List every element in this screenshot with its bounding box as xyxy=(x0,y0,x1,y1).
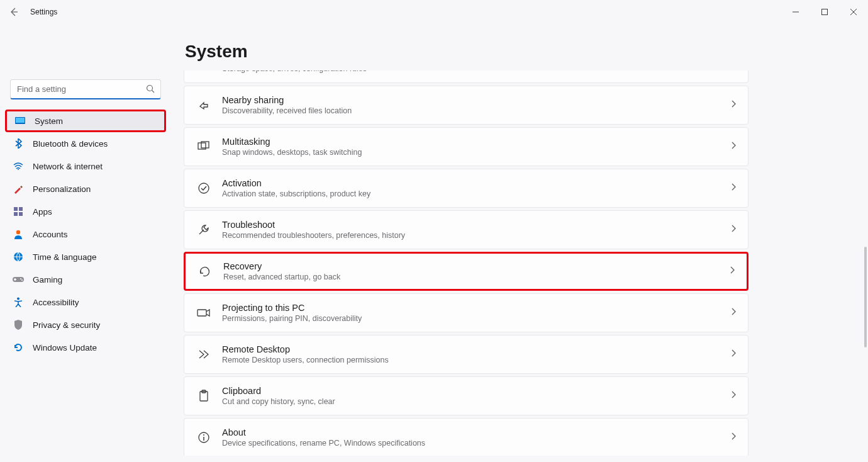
settings-row-nearby-sharing[interactable]: Nearby sharingDiscoverability, received … xyxy=(184,86,748,125)
row-text: Storage space, drives, configuration rul… xyxy=(222,70,730,73)
scrollbar-thumb[interactable] xyxy=(864,247,867,347)
remote-desktop-icon xyxy=(196,346,212,363)
nearby-sharing-icon xyxy=(196,97,212,113)
sidebar-item-network[interactable]: Network & internet xyxy=(5,155,166,177)
clipboard-icon xyxy=(196,388,212,404)
sidebar-item-accessibility[interactable]: Accessibility xyxy=(5,291,166,313)
scrollbar[interactable] xyxy=(864,70,867,456)
sidebar-item-personalization[interactable]: Personalization xyxy=(5,177,166,200)
sidebar-item-label: Bluetooth & devices xyxy=(33,139,108,149)
chevron-right-icon xyxy=(730,390,737,402)
row-title: About xyxy=(222,427,730,437)
row-title: Recovery xyxy=(223,261,729,271)
svg-rect-0 xyxy=(822,9,828,15)
svg-point-13 xyxy=(21,279,23,281)
content: System Storage space, drives, configurat… xyxy=(171,24,868,462)
settings-row-recovery[interactable]: RecoveryReset, advanced startup, go back xyxy=(184,252,748,291)
row-title: Clipboard xyxy=(222,386,730,396)
page-title: System xyxy=(185,42,868,62)
projecting-icon xyxy=(196,305,212,321)
row-text: ClipboardCut and copy history, sync, cle… xyxy=(222,386,730,406)
window-controls xyxy=(781,0,868,24)
sidebar-item-windows-update[interactable]: Windows Update xyxy=(5,336,166,359)
settings-row-about[interactable]: AboutDevice specifications, rename PC, W… xyxy=(184,418,748,456)
sidebar-item-label: Apps xyxy=(33,207,52,217)
minimize-button[interactable] xyxy=(781,0,810,24)
row-subtitle: Reset, advanced startup, go back xyxy=(223,273,729,281)
scroll-area: Storage space, drives, configuration rul… xyxy=(184,70,868,456)
sidebar-nav: SystemBluetooth & devicesNetwork & inter… xyxy=(5,110,166,359)
sidebar-item-label: System xyxy=(35,116,63,126)
svg-point-14 xyxy=(17,298,19,300)
row-subtitle: Device specifications, rename PC, Window… xyxy=(222,439,730,448)
row-title: Multitasking xyxy=(222,137,730,147)
chevron-right-icon xyxy=(730,349,737,360)
svg-point-4 xyxy=(18,169,19,170)
settings-row-multitasking[interactable]: MultitaskingSnap windows, desktops, task… xyxy=(184,127,748,166)
accounts-icon xyxy=(13,228,24,240)
sidebar-item-label: Privacy & security xyxy=(33,320,100,330)
row-subtitle: Discoverability, received files location xyxy=(222,106,730,115)
sidebar-item-accounts[interactable]: Accounts xyxy=(5,223,166,245)
svg-rect-5 xyxy=(14,207,18,211)
settings-row-activation[interactable]: ActivationActivation state, subscription… xyxy=(184,169,748,208)
row-text: TroubleshootRecommended troubleshooters,… xyxy=(222,220,730,240)
settings-row-troubleshoot[interactable]: TroubleshootRecommended troubleshooters,… xyxy=(184,210,748,249)
personalization-icon xyxy=(13,183,24,194)
sidebar-item-system[interactable]: System xyxy=(5,110,166,132)
row-text: MultitaskingSnap windows, desktops, task… xyxy=(222,137,730,157)
sidebar-item-time-language[interactable]: Time & language xyxy=(5,245,166,268)
maximize-icon xyxy=(821,8,828,16)
titlebar: Settings xyxy=(0,0,868,24)
network-icon xyxy=(13,161,24,172)
settings-row-clipboard[interactable]: ClipboardCut and copy history, sync, cle… xyxy=(184,376,748,415)
chevron-right-icon xyxy=(730,307,737,318)
chevron-right-icon xyxy=(730,141,737,152)
time-language-icon xyxy=(13,251,24,262)
settings-row-storage[interactable]: Storage space, drives, configuration rul… xyxy=(184,70,748,83)
row-text: Nearby sharingDiscoverability, received … xyxy=(222,95,730,115)
app-title: Settings xyxy=(30,8,57,16)
row-title: Nearby sharing xyxy=(222,95,730,105)
settings-row-remote-desktop[interactable]: Remote DesktopRemote Desktop users, conn… xyxy=(184,335,748,374)
sidebar-item-label: Personalization xyxy=(33,184,91,194)
row-text: ActivationActivation state, subscription… xyxy=(222,178,730,198)
troubleshoot-icon xyxy=(196,222,212,238)
sidebar-item-label: Network & internet xyxy=(33,162,103,171)
about-icon xyxy=(196,429,212,446)
close-icon xyxy=(850,8,857,16)
apps-icon xyxy=(13,206,24,217)
privacy-icon xyxy=(13,319,24,330)
sidebar-item-gaming[interactable]: Gaming xyxy=(5,268,166,291)
chevron-right-icon xyxy=(729,266,735,277)
svg-rect-3 xyxy=(16,118,25,123)
sidebar-item-bluetooth[interactable]: Bluetooth & devices xyxy=(5,132,166,155)
back-arrow-icon xyxy=(9,7,19,17)
row-text: RecoveryReset, advanced startup, go back xyxy=(223,261,729,281)
settings-row-projecting[interactable]: Projecting to this PCPermissions, pairin… xyxy=(184,293,748,332)
svg-rect-18 xyxy=(198,310,206,316)
row-subtitle: Activation state, subscriptions, product… xyxy=(222,189,730,198)
svg-point-12 xyxy=(20,278,21,279)
svg-point-17 xyxy=(199,183,209,193)
row-text: Projecting to this PCPermissions, pairin… xyxy=(222,303,730,323)
settings-list: Storage space, drives, configuration rul… xyxy=(184,70,868,456)
sidebar-item-apps[interactable]: Apps xyxy=(5,200,166,223)
back-button[interactable] xyxy=(6,4,21,20)
bluetooth-icon xyxy=(13,138,24,149)
accessibility-icon xyxy=(13,296,24,308)
sidebar-item-label: Windows Update xyxy=(33,343,97,352)
chevron-right-icon xyxy=(730,99,737,111)
row-title: Remote Desktop xyxy=(222,344,730,354)
row-subtitle: Cut and copy history, sync, clear xyxy=(222,397,730,406)
search-input[interactable] xyxy=(10,79,161,99)
titlebar-left: Settings xyxy=(6,4,57,20)
row-subtitle: Storage space, drives, configuration rul… xyxy=(222,70,730,73)
sidebar-item-label: Accessibility xyxy=(33,298,79,307)
maximize-button[interactable] xyxy=(810,0,839,24)
chevron-right-icon xyxy=(730,70,737,74)
close-button[interactable] xyxy=(839,0,868,24)
row-text: Remote DesktopRemote Desktop users, conn… xyxy=(222,344,730,364)
sidebar-item-privacy[interactable]: Privacy & security xyxy=(5,313,166,336)
multitasking-icon xyxy=(196,138,212,155)
